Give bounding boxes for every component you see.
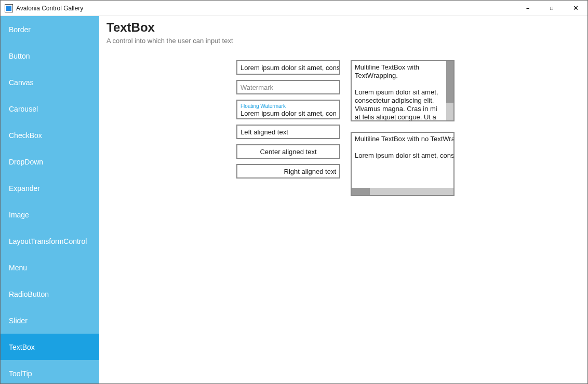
demo-column-left: Lorem ipsum dolor sit amet, consec Water… (236, 60, 340, 196)
floating-watermark-label: Floating Watermark (240, 103, 336, 109)
window-title: Avalonia Control Gallery (16, 5, 83, 12)
textbox-left-aligned[interactable]: Left aligned text (236, 125, 340, 139)
horizontal-scrollbar[interactable] (352, 188, 453, 195)
sidebar[interactable]: BorderButtonCanvasCarouselCheckBoxDropDo… (1, 16, 99, 383)
textbox-simple[interactable]: Lorem ipsum dolor sit amet, consec (236, 60, 340, 75)
sidebar-item-textbox[interactable]: TextBox (1, 334, 99, 360)
textbox-center-aligned[interactable]: Center aligned text (236, 144, 340, 159)
sidebar-item-expander[interactable]: Expander (1, 175, 99, 201)
sidebar-item-dropdown[interactable]: DropDown (1, 148, 99, 175)
sidebar-item-tooltip[interactable]: ToolTip (1, 360, 99, 383)
demo-area: Lorem ipsum dolor sit amet, consec Water… (106, 60, 580, 196)
titlebar[interactable]: Avalonia Control Gallery ‒ □ ✕ (1, 1, 587, 16)
sidebar-item-slider[interactable]: Slider (1, 307, 99, 334)
sidebar-item-image[interactable]: Image (1, 201, 99, 228)
vertical-scrollbar-thumb[interactable] (446, 61, 453, 103)
page-title: TextBox (106, 20, 580, 35)
maximize-button[interactable]: □ (540, 1, 564, 16)
sidebar-item-checkbox[interactable]: CheckBox (1, 122, 99, 148)
app-body: BorderButtonCanvasCarouselCheckBoxDropDo… (1, 16, 587, 383)
textbox-multiline-nowrap-content: Multiline TextBox with no TextWrapp Lore… (352, 133, 453, 188)
close-button[interactable]: ✕ (564, 1, 587, 16)
minimize-button[interactable]: ‒ (516, 1, 540, 16)
sidebar-item-button[interactable]: Button (1, 43, 99, 69)
sidebar-item-radiobutton[interactable]: RadioButton (1, 281, 99, 307)
horizontal-scrollbar-thumb[interactable] (352, 188, 370, 195)
floating-watermark-value: Lorem ipsum dolor sit amet, consec (240, 109, 336, 117)
page-subtitle: A control into which the user can input … (106, 37, 580, 45)
textbox-multiline-wrap-content: Multiline TextBox with TextWrapping. Lor… (352, 61, 446, 120)
vertical-scrollbar[interactable] (446, 61, 453, 120)
demo-column-right: Multiline TextBox with TextWrapping. Lor… (351, 60, 455, 196)
sidebar-item-layouttransformcontrol[interactable]: LayoutTransformControl (1, 228, 99, 254)
textbox-multiline-nowrap[interactable]: Multiline TextBox with no TextWrapp Lore… (351, 132, 455, 196)
textbox-floating-watermark[interactable]: Floating Watermark Lorem ipsum dolor sit… (236, 100, 340, 119)
sidebar-item-canvas[interactable]: Canvas (1, 69, 99, 95)
sidebar-item-menu[interactable]: Menu (1, 254, 99, 281)
textbox-multiline-wrap[interactable]: Multiline TextBox with TextWrapping. Lor… (351, 60, 455, 121)
sidebar-item-carousel[interactable]: Carousel (1, 95, 99, 122)
sidebar-item-border[interactable]: Border (1, 16, 99, 43)
textbox-right-aligned[interactable]: Right aligned text (236, 164, 340, 179)
textbox-watermark[interactable]: Watermark (236, 80, 340, 94)
main-content: TextBox A control into which the user ca… (99, 16, 587, 383)
app-icon (5, 4, 13, 12)
app-window: Avalonia Control Gallery ‒ □ ✕ BorderBut… (0, 0, 588, 384)
